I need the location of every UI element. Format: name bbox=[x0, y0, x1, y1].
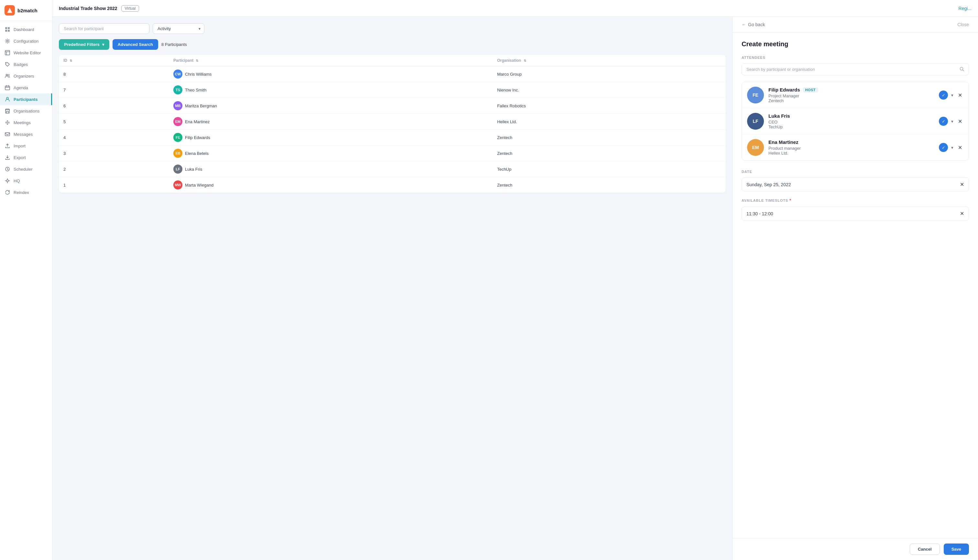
close-label: Close bbox=[957, 22, 969, 27]
cell-participant: CW Chris Williams bbox=[169, 66, 492, 82]
sidebar: b2match Dashboard Configuration Website … bbox=[0, 0, 52, 560]
b2match-logo-icon bbox=[5, 5, 15, 15]
go-back-label: Go back bbox=[748, 22, 765, 27]
attendee-avatar: FE bbox=[747, 87, 764, 103]
predefined-filters-label: Predefined Filters bbox=[64, 42, 100, 47]
col-organisation[interactable]: Organisation ⇅ bbox=[492, 55, 726, 66]
create-meeting-panel: ← Go back Close Create meeting ATTENDEES bbox=[732, 17, 978, 560]
cell-id: 7 bbox=[59, 82, 169, 98]
sidebar-item-organizers[interactable]: Organizers bbox=[0, 70, 52, 82]
sidebar-item-meetings[interactable]: Meetings bbox=[0, 117, 52, 128]
timeslots-section: AVAILABLE TIMESLOTS * 11:30 - 12:00 ✕ bbox=[742, 198, 969, 220]
logo-text: b2match bbox=[17, 8, 38, 13]
event-title: Industrial Trade Show 2022 bbox=[59, 6, 117, 11]
table-row[interactable]: 4 FE Filip Edwards Zentech bbox=[59, 130, 726, 145]
sidebar-item-website-editor[interactable]: Website Editor bbox=[0, 47, 52, 58]
table-row[interactable]: 8 CW Chris Williams Marco Group bbox=[59, 66, 726, 82]
sidebar-item-scheduler[interactable]: Scheduler bbox=[0, 163, 52, 175]
date-value: Sunday, Sep 25, 2022 bbox=[746, 182, 791, 187]
chevron-down-icon[interactable]: ▾ bbox=[950, 144, 955, 151]
sidebar-item-participants[interactable]: Participants bbox=[0, 93, 52, 105]
sidebar-item-export[interactable]: Export bbox=[0, 152, 52, 163]
timeslot-clear-icon[interactable]: ✕ bbox=[960, 210, 964, 217]
go-back-button[interactable]: ← Go back bbox=[742, 22, 765, 27]
svg-point-11 bbox=[7, 63, 7, 64]
cell-participant: LF Luka Fris bbox=[169, 161, 492, 177]
attendee-info: Ena Martinez Product manager Hellex Ltd. bbox=[768, 139, 935, 155]
sidebar-item-reindex[interactable]: Reindex bbox=[0, 187, 52, 198]
svg-point-18 bbox=[7, 97, 8, 99]
sidebar-item-agenda[interactable]: Agenda bbox=[0, 82, 52, 93]
search-wrap bbox=[59, 23, 149, 34]
attendee-check-button[interactable]: ✓ bbox=[939, 117, 948, 126]
table-row[interactable]: 7 TS Theo Smith Nienow Inc. bbox=[59, 82, 726, 98]
chevron-down-icon[interactable]: ▾ bbox=[950, 118, 955, 125]
activity-select-wrap: Activity ▾ bbox=[153, 23, 204, 34]
sidebar-item-dashboard[interactable]: Dashboard bbox=[0, 23, 52, 35]
attendee-name: Filip Edwards bbox=[768, 87, 800, 92]
save-button[interactable]: Save bbox=[944, 543, 969, 555]
date-section-label: DATE bbox=[742, 170, 969, 173]
avatar: MW bbox=[174, 180, 182, 190]
avatar: FE bbox=[174, 133, 182, 142]
sidebar-item-organisations[interactable]: Organisations bbox=[0, 105, 52, 117]
date-clear-icon[interactable]: ✕ bbox=[960, 182, 964, 188]
sidebar-item-hq[interactable]: HQ bbox=[0, 175, 52, 187]
cell-id: 4 bbox=[59, 130, 169, 145]
attendee-check-button[interactable]: ✓ bbox=[939, 90, 948, 100]
svg-rect-8 bbox=[5, 50, 10, 55]
cell-org: Zentech bbox=[492, 177, 726, 193]
col-participant[interactable]: Participant ⇅ bbox=[169, 55, 492, 66]
sidebar-item-configuration[interactable]: Configuration bbox=[0, 35, 52, 47]
activity-select[interactable]: Activity bbox=[153, 23, 204, 34]
register-link[interactable]: Regi... bbox=[959, 6, 971, 11]
download-icon bbox=[5, 155, 10, 160]
attendee-avatar: EM bbox=[747, 139, 764, 156]
attendee-search-input[interactable] bbox=[742, 63, 969, 75]
refresh-icon bbox=[5, 190, 10, 195]
top-header: Industrial Trade Show 2022 Virtual Regi.… bbox=[52, 0, 978, 17]
sidebar-item-messages[interactable]: Messages bbox=[0, 128, 52, 140]
attendee-org: Hellex Ltd. bbox=[768, 151, 935, 155]
sidebar-label-configuration: Configuration bbox=[13, 39, 38, 43]
attendee-check-button[interactable]: ✓ bbox=[939, 143, 948, 152]
sidebar-label-organisations: Organisations bbox=[13, 108, 40, 113]
timeslots-section-label: AVAILABLE TIMESLOTS * bbox=[742, 198, 969, 203]
attendee-role: Product manager bbox=[768, 146, 935, 151]
grid-icon bbox=[5, 27, 10, 32]
svg-rect-14 bbox=[5, 86, 10, 90]
table-row[interactable]: 3 EB Elena Betels Zentech bbox=[59, 145, 726, 161]
search-input[interactable] bbox=[59, 23, 149, 34]
avatar: LF bbox=[174, 165, 182, 173]
attendee-remove-button[interactable]: ✕ bbox=[957, 117, 963, 126]
attendee-remove-button[interactable]: ✕ bbox=[957, 143, 963, 152]
participant-name: Theo Smith bbox=[185, 88, 206, 92]
chevron-down-icon[interactable]: ▾ bbox=[950, 92, 955, 99]
main-area: Industrial Trade Show 2022 Virtual Regi.… bbox=[52, 0, 978, 560]
svg-point-2 bbox=[8, 10, 11, 13]
close-button[interactable]: Close bbox=[957, 22, 969, 27]
attendee-remove-button[interactable]: ✕ bbox=[957, 91, 963, 100]
advanced-search-button[interactable]: Advanced Search bbox=[113, 39, 158, 50]
cell-id: 2 bbox=[59, 161, 169, 177]
predefined-filters-button[interactable]: Predefined Filters ▾ bbox=[59, 39, 109, 50]
svg-line-26 bbox=[963, 70, 964, 71]
sidebar-item-badges[interactable]: Badges bbox=[0, 58, 52, 70]
table-row[interactable]: 2 LF Luka Fris TechUp bbox=[59, 161, 726, 177]
table-row[interactable]: 5 EM Ena Martinez Hellex Ltd. bbox=[59, 114, 726, 130]
svg-rect-4 bbox=[8, 27, 10, 29]
table-row[interactable]: 1 MW Marta Wiegand Zentech bbox=[59, 177, 726, 193]
cancel-button[interactable]: Cancel bbox=[910, 543, 940, 555]
hq-icon bbox=[5, 178, 10, 183]
col-id[interactable]: ID ⇅ bbox=[59, 55, 169, 66]
sidebar-item-import[interactable]: Import bbox=[0, 140, 52, 152]
cell-org: Fallex Robotics bbox=[492, 98, 726, 114]
advanced-search-label: Advanced Search bbox=[118, 42, 153, 47]
clock-icon bbox=[5, 166, 10, 172]
attendee-name: Ena Martinez bbox=[768, 139, 798, 145]
avatar: EM bbox=[174, 117, 182, 126]
sidebar-label-hq: HQ bbox=[13, 178, 20, 183]
svg-point-13 bbox=[8, 74, 9, 76]
table-row[interactable]: 6 MB Maritza Bergman Fallex Robotics bbox=[59, 98, 726, 114]
cell-id: 8 bbox=[59, 66, 169, 82]
